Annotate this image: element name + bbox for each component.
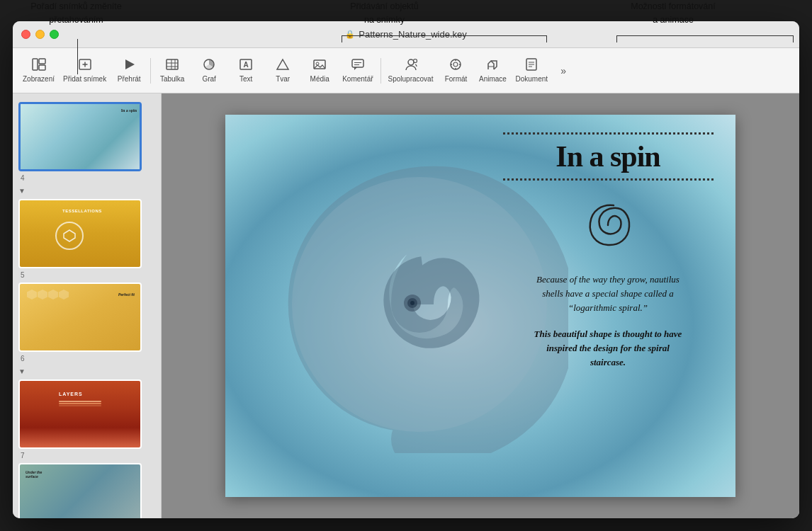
main-content: In a spin 4 ▼ TESSELLATIONS	[13, 93, 799, 518]
text-insert-icon: A	[239, 58, 253, 73]
toolbar-comment[interactable]: Komentář	[338, 51, 377, 91]
slide-group-4: In a spin 4	[13, 102, 161, 171]
svg-marker-6	[125, 59, 135, 69]
slide-item-4[interactable]: In a spin 4	[18, 102, 155, 171]
lock-icon: 🔒	[345, 30, 355, 39]
document-icon	[524, 58, 538, 73]
slide-item-6[interactable]: Perfect fit 6	[18, 282, 155, 352]
dotted-line-bottom	[503, 178, 714, 181]
slide-group-5: ▼ TESSELLATIONS	[13, 185, 161, 268]
toolbar-view[interactable]: Zobrazení	[18, 51, 59, 91]
comment-icon	[351, 58, 365, 73]
media-icon	[312, 58, 327, 73]
toolbar-animate[interactable]: Animace	[474, 51, 511, 91]
svg-rect-0	[33, 59, 38, 70]
toolbar-collaborate[interactable]: Spolupracovat	[384, 51, 438, 91]
svg-rect-2	[39, 65, 45, 70]
collaborate-icon	[404, 58, 418, 73]
slide-number-6: 6	[18, 354, 27, 363]
more-icon: »	[560, 66, 566, 76]
svg-rect-18	[352, 59, 363, 67]
toolbar-format-label: Formát	[445, 75, 468, 83]
toolbar-more[interactable]: »	[552, 51, 575, 91]
canvas-area[interactable]: In a spin Because of the way they grow, …	[162, 93, 799, 518]
svg-point-40	[410, 301, 415, 305]
spiral-decoration	[576, 193, 640, 260]
toolbar-add-slide[interactable]: Přidat snímek	[59, 51, 111, 91]
main-window: 🔒 Patterns_Nature_wide.key Zobrazení	[13, 21, 799, 518]
title-bar: 🔒 Patterns_Nature_wide.key	[13, 21, 799, 48]
svg-marker-35	[64, 230, 75, 241]
table-icon	[165, 58, 179, 73]
slide-number-5: 5	[18, 270, 27, 280]
maximize-button[interactable]	[50, 30, 59, 39]
slide-group-6: Perfect fit 6	[13, 282, 161, 352]
slide-thumb-7[interactable]: LAYERS	[18, 379, 142, 449]
collapse-arrow-5: ▼	[18, 187, 26, 195]
svg-rect-7	[167, 59, 178, 69]
collapse-7[interactable]: ▼	[13, 366, 161, 377]
toolbar-text-label: Text	[239, 75, 252, 83]
toolbar-text[interactable]: A Text	[227, 51, 264, 91]
separator-2	[380, 58, 381, 84]
slide-panel[interactable]: In a spin 4 ▼ TESSELLATIONS	[13, 93, 162, 518]
toolbar: Zobrazení Přidat snímek Přehrát	[13, 48, 799, 93]
toolbar-animate-label: Animace	[479, 75, 507, 83]
traffic-lights	[21, 30, 59, 39]
slide-item-5[interactable]: TESSELLATIONS 5	[18, 199, 155, 268]
toolbar-chart[interactable]: Graf	[191, 51, 227, 91]
slide-thumb-8[interactable]: Under thesurface	[18, 463, 142, 518]
minimize-button[interactable]	[35, 30, 45, 39]
toolbar-document[interactable]: Dokument	[511, 51, 552, 91]
slide-number-7: 7	[18, 451, 27, 460]
slide-thumb-5[interactable]: TESSELLATIONS	[18, 199, 142, 268]
toolbar-chart-label: Graf	[202, 75, 215, 83]
slide-body-2: This beautiful shape is thought to have …	[530, 327, 686, 370]
window-title-area: 🔒 Patterns_Nature_wide.key	[345, 29, 466, 40]
collapse-5[interactable]: ▼	[13, 185, 161, 196]
slide-group-7: ▼ LAYERS 7	[13, 366, 161, 449]
svg-point-25	[453, 62, 458, 67]
toolbar-view-label: Zobrazení	[23, 75, 55, 83]
close-button[interactable]	[21, 30, 30, 39]
toolbar-shape[interactable]: Tvar	[264, 51, 301, 91]
add-slide-icon	[78, 58, 92, 73]
slide-thumb-4[interactable]: In a spin	[18, 102, 142, 171]
slide-content-panel: In a spin Because of the way they grow, …	[480, 115, 735, 497]
animate-icon	[485, 58, 500, 73]
svg-text:A: A	[244, 61, 249, 69]
toolbar-media-label: Média	[310, 75, 329, 83]
shape-icon	[276, 58, 290, 73]
slide-canvas: In a spin Because of the way they grow, …	[225, 115, 735, 497]
format-icon	[449, 58, 463, 73]
toolbar-shape-label: Tvar	[276, 75, 290, 83]
svg-rect-1	[39, 59, 45, 64]
svg-point-22	[408, 59, 414, 65]
toolbar-collaborate-label: Spolupracovat	[388, 75, 434, 83]
toolbar-add-slide-label: Přidat snímek	[63, 75, 106, 83]
view-icon	[32, 58, 46, 73]
separator-1	[150, 58, 151, 84]
collapse-arrow-7: ▼	[18, 367, 26, 375]
toolbar-table-label: Tabulka	[160, 75, 184, 83]
dotted-line-top	[503, 132, 714, 135]
slide-item-7[interactable]: LAYERS 7	[18, 379, 155, 449]
slide-group-8: Under thesurface 8	[13, 463, 161, 518]
slide-number-4: 4	[18, 173, 27, 183]
svg-point-24	[451, 59, 461, 69]
toolbar-table[interactable]: Tabulka	[154, 51, 191, 91]
toolbar-document-label: Dokument	[515, 75, 548, 83]
svg-marker-15	[277, 59, 288, 69]
toolbar-comment-label: Komentář	[342, 75, 373, 83]
slide-title: In a spin	[556, 140, 660, 173]
slide-body-1: Because of the way they grow, nautilus s…	[530, 273, 686, 315]
slide-item-8[interactable]: Under thesurface 8	[18, 463, 155, 518]
svg-marker-19	[354, 67, 357, 70]
toolbar-media[interactable]: Média	[301, 51, 338, 91]
slide-thumb-6[interactable]: Perfect fit	[18, 282, 142, 352]
toolbar-play-label: Přehrát	[118, 75, 141, 83]
play-icon	[122, 58, 136, 73]
toolbar-format[interactable]: Formát	[437, 51, 474, 91]
chart-icon	[202, 58, 216, 73]
toolbar-play[interactable]: Přehrát	[111, 51, 147, 91]
